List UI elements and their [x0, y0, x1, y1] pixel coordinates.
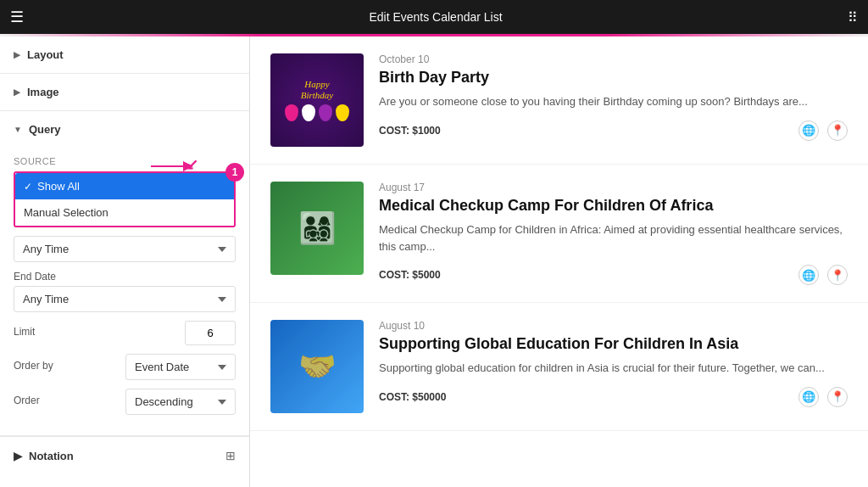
- notation-label: ▶ Notation: [14, 450, 74, 462]
- order-row: Order Descending: [14, 389, 236, 415]
- check-icon: ✓: [24, 181, 32, 193]
- table-row: 🤝 August 10 Supporting Global Education …: [250, 303, 868, 431]
- event-thumbnail-education: 🤝: [270, 320, 364, 413]
- query-arrow: ▼: [14, 125, 22, 134]
- option-show-all[interactable]: ✓ Show All: [15, 173, 234, 199]
- source-options: ✓ Show All Manual Selection: [15, 173, 234, 226]
- event-desc-education: Supporting global education for children…: [379, 360, 848, 377]
- query-section-header[interactable]: ▼ Query: [0, 111, 249, 148]
- source-label: Source: [14, 156, 236, 166]
- event-cost-education: COST: $50000: [379, 391, 446, 403]
- location-icon-education[interactable]: 📍: [827, 387, 848, 407]
- grid-icon[interactable]: ⠿: [848, 9, 858, 25]
- event-icons-medical: 🌐 📍: [798, 265, 848, 285]
- page-title: Edit Events Calendar List: [32, 10, 839, 24]
- event-list: HappyBirthday October 10 Birth Day Party…: [250, 36, 868, 431]
- event-footer-medical: COST: $5000 🌐 📍: [379, 265, 848, 285]
- balloons: [285, 104, 349, 121]
- location-icon-birthday[interactable]: 📍: [827, 120, 848, 141]
- order-label: Order: [14, 395, 40, 406]
- red-arrow: [151, 158, 193, 178]
- balloon-pink: [285, 104, 298, 121]
- event-content-birthday: October 10 Birth Day Party Are you or so…: [379, 53, 848, 141]
- cost-value-education: $50000: [412, 391, 446, 403]
- birthday-text: HappyBirthday: [301, 79, 334, 101]
- event-icons-birthday: 🌐 📍: [798, 120, 848, 141]
- balloon-gold: [336, 104, 349, 121]
- top-bar: ☰ Edit Events Calendar List ⠿: [0, 0, 868, 34]
- education-icon: 🤝: [298, 349, 337, 384]
- end-date-select[interactable]: Any Time: [14, 286, 236, 312]
- notation-arrow: ▶: [14, 450, 22, 462]
- cost-label-education: COST:: [379, 391, 409, 403]
- globe-icon-medical[interactable]: 🌐: [798, 265, 819, 285]
- notation-icon: ⊞: [225, 449, 236, 462]
- image-arrow: ▶: [14, 87, 20, 97]
- event-footer-education: COST: $50000 🌐 📍: [379, 387, 848, 407]
- notation-text: Notation: [29, 450, 74, 462]
- notation-header[interactable]: ▶ Notation ⊞: [0, 437, 249, 474]
- event-date-education: August 10: [379, 320, 848, 332]
- event-desc-medical: Medical Checkup Camp for Children in Afr…: [379, 221, 848, 255]
- location-icon-medical[interactable]: 📍: [827, 265, 848, 285]
- option-manual[interactable]: Manual Selection: [15, 199, 234, 226]
- layout-section-header[interactable]: ▶ Layout: [0, 36, 249, 73]
- main-layout: ▶ Layout ▶ Image ▼ Query Source: [0, 36, 868, 487]
- sidebar: ▶ Layout ▶ Image ▼ Query Source: [0, 36, 250, 487]
- collapse-handle[interactable]: ‹: [249, 245, 250, 279]
- layout-section: ▶ Layout: [0, 36, 249, 74]
- hamburger-icon[interactable]: ☰: [10, 8, 24, 26]
- limit-row: Limit: [14, 321, 236, 345]
- image-label: Image: [27, 86, 59, 98]
- order-by-select[interactable]: Event Date: [125, 354, 236, 380]
- cost-value-birthday: $1000: [412, 125, 440, 137]
- option-show-all-label: Show All: [37, 180, 80, 193]
- order-by-row: Order by Event Date: [14, 354, 236, 380]
- layout-arrow: ▶: [14, 50, 20, 59]
- option-manual-label: Manual Selection: [24, 206, 108, 219]
- event-cost-birthday: COST: $1000: [379, 125, 441, 137]
- start-date-select[interactable]: Any Time: [14, 236, 236, 262]
- event-cost-medical: COST: $5000: [379, 269, 441, 281]
- content-area: HappyBirthday October 10 Birth Day Party…: [250, 36, 868, 487]
- event-footer-birthday: COST: $1000 🌐 📍: [379, 120, 848, 141]
- balloon-purple: [319, 104, 332, 121]
- event-thumbnail-birthday: HappyBirthday: [270, 53, 364, 147]
- table-row: 👨‍👩‍👧‍👦 August 17 Medical Checkup Camp F…: [250, 165, 868, 303]
- query-section: ▼ Query Source ✓ Show All Manual: [0, 111, 249, 436]
- globe-icon-education[interactable]: 🌐: [798, 387, 819, 407]
- event-title-birthday: Birth Day Party: [379, 69, 848, 87]
- event-desc-birthday: Are you or someone close to you having t…: [379, 93, 848, 110]
- source-dropdown[interactable]: ✓ Show All Manual Selection: [14, 171, 236, 227]
- table-row: HappyBirthday October 10 Birth Day Party…: [250, 36, 868, 165]
- end-date-label: End Date: [14, 271, 236, 283]
- order-by-label: Order by: [14, 360, 53, 372]
- end-date-row: End Date Any Time: [14, 271, 236, 312]
- balloon-white: [302, 104, 315, 121]
- globe-icon-birthday[interactable]: 🌐: [798, 120, 819, 141]
- order-select[interactable]: Descending: [125, 389, 236, 415]
- event-thumbnail-medical: 👨‍👩‍👧‍👦: [270, 182, 364, 275]
- event-date-medical: August 17: [379, 182, 848, 193]
- cost-label-medical: COST:: [379, 269, 409, 281]
- event-title-education: Supporting Global Education For Children…: [379, 335, 848, 353]
- cost-value-medical: $5000: [412, 269, 440, 281]
- cost-label-birthday: COST:: [379, 125, 409, 137]
- image-section: ▶ Image: [0, 74, 249, 111]
- layout-label: Layout: [27, 48, 64, 61]
- event-content-education: August 10 Supporting Global Education Fo…: [379, 320, 848, 407]
- event-date-birthday: October 10: [379, 53, 848, 65]
- query-label: Query: [29, 123, 61, 136]
- event-title-medical: Medical Checkup Camp For Children Of Afr…: [379, 197, 848, 215]
- image-section-header[interactable]: ▶ Image: [0, 74, 249, 110]
- badge-1: 1: [225, 163, 244, 182]
- start-date-row: Any Time: [14, 236, 236, 262]
- limit-input[interactable]: [185, 321, 236, 345]
- event-content-medical: August 17 Medical Checkup Camp For Child…: [379, 182, 848, 285]
- query-body: Source ✓ Show All Manual Selection: [0, 156, 249, 435]
- limit-label: Limit: [14, 326, 35, 338]
- medical-icon: 👨‍👩‍👧‍👦: [298, 210, 337, 246]
- notation-section: ▶ Notation ⊞: [0, 436, 249, 474]
- event-icons-education: 🌐 📍: [798, 387, 848, 407]
